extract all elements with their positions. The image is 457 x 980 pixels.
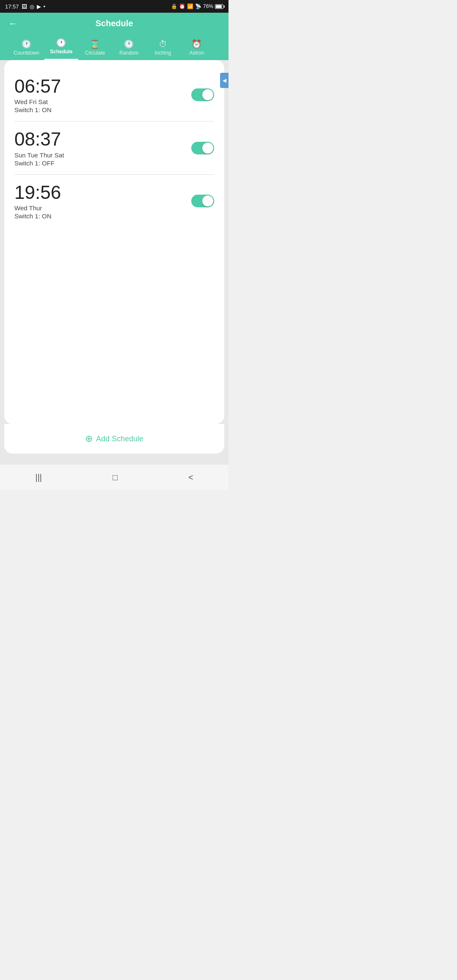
alarm-icon: ⏰ (179, 3, 185, 9)
schedule-time-2: 08:37 (14, 129, 214, 149)
inching-icon: ⏱ (159, 40, 167, 48)
schedule-time-1: 06:57 (14, 76, 214, 96)
schedule-time-3: 19:56 (14, 182, 214, 203)
add-icon: ⊕ (85, 434, 93, 443)
tab-circulate[interactable]: ⌛ Circulate (78, 37, 112, 60)
tab-circulate-label: Circulate (85, 50, 105, 56)
toggle-3[interactable] (191, 195, 214, 207)
schedule-days-2: Sun Tue Thur Sat (14, 151, 214, 159)
tab-countdown-label: Countdown (14, 50, 39, 56)
random-icon: 🕐 (124, 40, 134, 48)
back-button[interactable]: ← (8, 18, 18, 29)
side-arrow-indicator[interactable]: ◀ (220, 73, 228, 88)
circulate-icon: ⌛ (90, 40, 100, 48)
schedule-switch-label-2: Switch 1: OFF (14, 160, 214, 167)
schedule-item-2[interactable]: 08:37 Sun Tue Thur Sat Switch 1: OFF (14, 121, 214, 174)
youtube-icon: ▶ (37, 3, 41, 10)
toggle-container-1 (191, 88, 214, 101)
bottom-nav: ||| □ < (0, 465, 228, 490)
schedule-switch-label-1: Switch 1: ON (14, 106, 214, 113)
nav-menu-button[interactable]: ||| (22, 468, 55, 487)
toggle-container-3 (191, 195, 214, 207)
main-content: ◀ 06:57 Wed Fri Sat Switch 1: ON 08:37 S… (0, 60, 228, 469)
tab-astron[interactable]: ⏰ Astron (180, 37, 214, 60)
astron-icon: ⏰ (191, 40, 202, 48)
status-bar: 17:57 🖼 ◎ ▶ • 🔒 ⏰ 📶 📡 76% (0, 0, 228, 13)
wifi-icon: 📶 (187, 3, 193, 9)
battery-icon (215, 4, 223, 9)
status-time: 17:57 (5, 3, 19, 10)
tab-inching[interactable]: ⏱ Inching (146, 37, 180, 60)
shield-icon: 🔒 (171, 3, 177, 9)
tab-schedule-label: Schedule (50, 49, 72, 55)
schedule-days-1: Wed Fri Sat (14, 98, 214, 105)
page-title: Schedule (96, 19, 133, 28)
schedule-switch-label-3: Switch 1: ON (14, 212, 214, 220)
tab-countdown[interactable]: 🕐 Countdown (8, 37, 44, 60)
header: ← Schedule 🕐 Countdown 🕐 Schedule ⌛ Circ… (0, 13, 228, 60)
tab-inching-label: Inching (154, 50, 171, 56)
tab-astron-label: Astron (189, 50, 204, 56)
schedule-item-1[interactable]: 06:57 Wed Fri Sat Switch 1: ON (14, 69, 214, 121)
dot-icon: • (44, 3, 46, 10)
battery-percent: 76% (203, 3, 213, 9)
tab-random-label: Random (119, 50, 138, 56)
add-schedule-label: Add Schedule (96, 435, 143, 443)
schedule-item-3[interactable]: 19:56 Wed Thur Switch 1: ON (14, 175, 214, 227)
tab-schedule[interactable]: 🕐 Schedule (44, 36, 78, 60)
countdown-icon: 🕐 (21, 40, 32, 48)
toggle-1[interactable] (191, 88, 214, 101)
status-right: 🔒 ⏰ 📶 📡 76% (171, 3, 223, 9)
schedule-icon: 🕐 (56, 39, 66, 47)
schedule-days-3: Wed Thur (14, 204, 214, 212)
header-top: ← Schedule (8, 19, 220, 28)
tab-random[interactable]: 🕐 Random (112, 37, 146, 60)
circle-icon: ◎ (30, 3, 34, 10)
add-schedule-button[interactable]: ⊕ Add Schedule (4, 424, 224, 454)
nav-back-button[interactable]: < (176, 468, 206, 487)
signal-icon: 📡 (195, 3, 201, 9)
nav-home-button[interactable]: □ (100, 468, 130, 487)
toggle-container-2 (191, 142, 214, 154)
status-left: 17:57 🖼 ◎ ▶ • (5, 3, 45, 10)
schedule-card: ◀ 06:57 Wed Fri Sat Switch 1: ON 08:37 S… (4, 60, 224, 424)
gallery-icon: 🖼 (22, 3, 27, 10)
toggle-2[interactable] (191, 142, 214, 154)
tab-nav: 🕐 Countdown 🕐 Schedule ⌛ Circulate 🕐 Ran… (8, 36, 220, 60)
